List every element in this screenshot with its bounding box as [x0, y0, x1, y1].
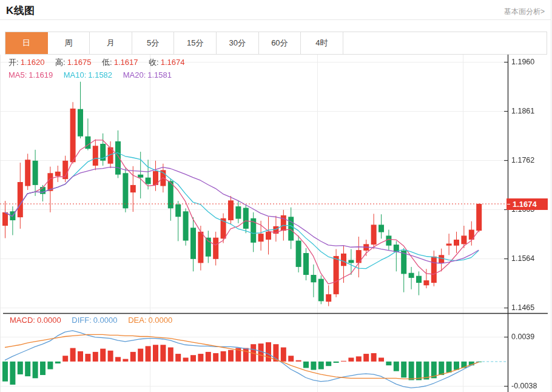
tab-period-2[interactable]: 月	[90, 32, 132, 54]
current-price-value: 1.1674	[513, 200, 537, 209]
main-y-tick-2: 1.1762	[511, 156, 534, 164]
ma10-label: MA10:	[64, 70, 87, 79]
tab-period-1[interactable]: 周	[48, 32, 90, 54]
open-value: 1.1620	[21, 58, 45, 67]
ma5-label: MA5:	[8, 70, 27, 79]
low-label: 低:	[102, 58, 112, 67]
macd-y-tick-1: -0.0038	[511, 382, 537, 390]
tab-period-3[interactable]: 5分	[132, 32, 175, 54]
fundamental-analysis-link[interactable]: 基本面分析>	[504, 7, 545, 17]
tab-period-5[interactable]: 30分	[217, 32, 259, 54]
main-y-tick-4: 1.1564	[511, 254, 534, 263]
tab-period-6[interactable]: 60分	[259, 32, 301, 54]
main-y-tick-1: 1.1861	[511, 107, 534, 115]
low-value: 1.1617	[114, 58, 138, 67]
high-value: 1.1675	[67, 58, 92, 67]
high-label: 高:	[55, 58, 66, 67]
period-tabbar: 日周月5分15分30分60分4时	[5, 32, 547, 55]
macd-value: 0.0000	[37, 316, 61, 325]
ma-info-row: MA5:1.1619 MA10:1.1582 MA20:1.1581	[8, 70, 173, 79]
close-value: 1.1674	[161, 58, 185, 67]
tab-period-4[interactable]: 15分	[174, 32, 217, 54]
main-y-tick-0: 1.1960	[511, 58, 534, 66]
dea-value: 0.0000	[149, 316, 173, 325]
macd-info-row: MACD:0.0000 DIFF:0.0000 DEA:0.0000	[10, 316, 174, 325]
ma5-value: 1.1619	[29, 70, 53, 79]
current-price-badge: 1.1674	[507, 198, 548, 210]
dea-label: DEA:	[128, 316, 146, 325]
macd-label: MACD:	[10, 316, 35, 325]
macd-y-tick-0: 0.0039	[511, 333, 534, 341]
kline-widget: K线图 基本面分析> 日周月5分15分30分60分4时 开:1.1620 高:1…	[0, 0, 551, 392]
ma20-label: MA20:	[123, 70, 146, 79]
chart-area: 开:1.1620 高:1.1675 低:1.1617 收:1.1674 MA5:…	[0, 55, 552, 392]
kline-chart-canvas[interactable]	[0, 55, 552, 392]
tab-period-0[interactable]: 日	[5, 32, 48, 54]
main-y-tick-5: 1.1465	[511, 303, 534, 312]
page-title: K线图	[6, 4, 35, 18]
ohlc-info-row: 开:1.1620 高:1.1675 低:1.1617 收:1.1674	[8, 57, 186, 68]
ma20-value: 1.1581	[147, 70, 172, 79]
tab-period-7[interactable]: 4时	[301, 32, 343, 54]
open-label: 开:	[8, 58, 19, 67]
ma10-value: 1.1582	[88, 70, 112, 79]
widget-header: K线图 基本面分析>	[0, 0, 551, 20]
diff-label: DIFF:	[72, 316, 92, 325]
diff-value: 0.0000	[93, 316, 118, 325]
close-label: 收:	[149, 58, 159, 67]
tabbar-filler	[343, 32, 547, 54]
